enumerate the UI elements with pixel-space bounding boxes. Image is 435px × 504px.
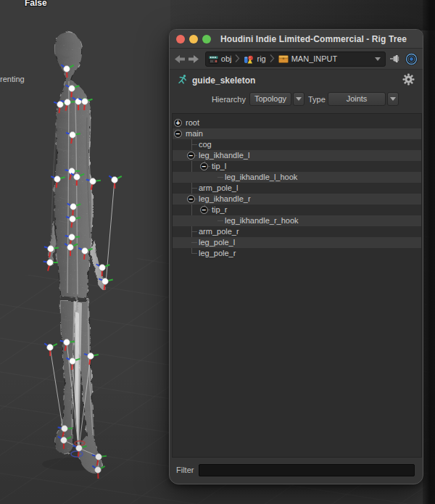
- joint-dot: [67, 244, 74, 251]
- hierarchy-select-arrow[interactable]: [293, 92, 304, 106]
- joint-dot: [69, 234, 75, 241]
- node-name: guide_skeleton: [192, 75, 255, 86]
- input-node-icon: [278, 54, 289, 63]
- joint-dot: [82, 248, 88, 255]
- joint-dot: [88, 353, 94, 360]
- filter-label: Filter: [176, 466, 194, 474]
- path-segment-obj[interactable]: obj: [209, 54, 232, 64]
- joint-dot: [57, 102, 64, 108]
- tree-item-arm_pole_l[interactable]: arm_pole_l: [173, 183, 421, 194]
- joint-dot: [47, 344, 54, 351]
- toolbar: objrigMAN_INPUT: [170, 49, 423, 70]
- type-label: Type: [308, 95, 326, 104]
- path-segment-MAN_INPUT[interactable]: MAN_INPUT: [278, 54, 338, 63]
- geometry-node-icon: [244, 54, 254, 64]
- forward-arrow-icon[interactable]: [187, 54, 199, 64]
- joint-dot: [102, 278, 109, 285]
- tree-item-root[interactable]: +root: [173, 117, 421, 128]
- joint-dot: [90, 178, 96, 185]
- tree-connector-stub: [191, 188, 197, 189]
- close-window-button[interactable]: [176, 35, 185, 44]
- tree-item-label: leg_ikhandle_l: [199, 150, 249, 161]
- tree-item-leg_pole_l[interactable]: leg_pole_l: [173, 237, 421, 248]
- tree-item-label: leg_ikhandle_r: [199, 194, 251, 205]
- path-segment-label: MAN_INPUT: [291, 54, 338, 63]
- tree-connector-stub: [191, 231, 197, 232]
- tree-item-tip_r[interactable]: −tip_r: [173, 205, 421, 215]
- type-select[interactable]: Joints: [328, 92, 386, 106]
- joint-dot: [69, 86, 75, 92]
- tree-item-label: leg_ikhandle_l_hook: [225, 172, 297, 183]
- tree-item-label: leg_pole_r: [199, 248, 236, 259]
- pin-icon[interactable]: [389, 53, 401, 65]
- path-separator-icon: [235, 54, 240, 65]
- joint-dot: [65, 99, 71, 106]
- path-segment-label: rig: [257, 54, 265, 63]
- joint-dot: [70, 216, 76, 223]
- gear-icon[interactable]: [402, 73, 415, 88]
- titlebar[interactable]: Houdini Indie Limited-Commercial - Rig T…: [170, 30, 423, 49]
- filter-bar: Filter: [170, 456, 423, 484]
- tree-item-arm_pole_r[interactable]: arm_pole_r: [173, 226, 421, 237]
- tree-item-leg_ikhandle_l_hook[interactable]: leg_ikhandle_l_hook: [173, 172, 421, 183]
- viewport-shading-top: [170, 0, 435, 30]
- joint-dot: [74, 174, 80, 181]
- joint-dot: [70, 204, 77, 210]
- link-target-icon[interactable]: [405, 52, 418, 66]
- maximize-window-button[interactable]: [202, 35, 211, 44]
- tree-item-label: arm_pole_l: [199, 183, 238, 194]
- joint-dot: [48, 246, 54, 252]
- collapse-toggle-icon[interactable]: −: [174, 130, 182, 138]
- window-title: Houdini Indie Limited-Commercial - Rig T…: [220, 34, 407, 44]
- tree-item-label: arm_pole_r: [199, 226, 239, 237]
- tree-connector-stub: [218, 177, 223, 178]
- tree-item-label: leg_pole_l: [199, 237, 235, 248]
- tree-item-leg_pole_r[interactable]: leg_pole_r: [173, 248, 421, 259]
- collapse-toggle-icon[interactable]: −: [200, 162, 208, 170]
- path-segment-label: obj: [221, 54, 232, 63]
- joint-dot: [82, 99, 88, 105]
- hierarchy-select[interactable]: Topology: [249, 92, 291, 106]
- joint-dot: [99, 265, 106, 271]
- joint-dot: [64, 339, 70, 346]
- tree-item-leg_ikhandle_r_hook[interactable]: leg_ikhandle_r_hook: [173, 215, 421, 226]
- rig-tree-view[interactable]: +root−maincog−leg_ikhandle_l−tip_lleg_ik…: [172, 113, 422, 458]
- joint-dot: [54, 176, 61, 183]
- joint-dot: [70, 358, 76, 365]
- hierarchy-label: Hierarchy: [170, 95, 246, 104]
- tree-item-leg_ikhandle_l[interactable]: −leg_ikhandle_l: [173, 150, 421, 161]
- expand-toggle-icon[interactable]: +: [174, 119, 182, 127]
- tree-item-label: main: [186, 128, 203, 139]
- joint-dot: [64, 66, 70, 73]
- path-dropdown-icon[interactable]: [375, 57, 381, 61]
- viewport-parenting-label: renting: [0, 75, 25, 83]
- tree-item-label: tip_l: [212, 161, 226, 172]
- joint-marker[interactable]: [109, 175, 121, 189]
- viewport-false-flag: False: [25, 0, 47, 8]
- tree-item-cog[interactable]: cog: [173, 139, 421, 150]
- type-select-arrow[interactable]: [387, 92, 399, 106]
- tree-item-tip_l[interactable]: −tip_l: [173, 161, 421, 172]
- tree-item-label: leg_ikhandle_r_hook: [225, 215, 299, 226]
- skeleton-icon: [177, 74, 188, 88]
- tree-item-label: cog: [199, 139, 212, 150]
- path-separator-icon: [270, 54, 275, 65]
- path-segment-rig[interactable]: rig: [244, 54, 265, 64]
- joint-marker[interactable]: [44, 260, 58, 271]
- filter-input[interactable]: [199, 464, 415, 476]
- network-path-field[interactable]: objrigMAN_INPUT: [205, 51, 386, 67]
- tree-item-label: root: [186, 117, 199, 128]
- joint-dot: [70, 132, 76, 139]
- joint-dot: [47, 260, 54, 266]
- collapse-toggle-icon[interactable]: −: [187, 152, 195, 160]
- tree-item-main[interactable]: −main: [173, 128, 421, 139]
- tree-connector-stub: [218, 220, 223, 221]
- collapse-toggle-icon[interactable]: −: [200, 206, 208, 214]
- minimize-window-button[interactable]: [189, 35, 198, 44]
- tree-connector-stub: [191, 242, 197, 243]
- pane-header: guide_skeleton Hierarchy Topology: [170, 70, 423, 113]
- collapse-toggle-icon[interactable]: −: [187, 195, 195, 203]
- tree-item-leg_ikhandle_r[interactable]: −leg_ikhandle_r: [173, 194, 421, 205]
- back-arrow-icon[interactable]: [174, 54, 186, 64]
- obj-network-icon: [209, 54, 218, 64]
